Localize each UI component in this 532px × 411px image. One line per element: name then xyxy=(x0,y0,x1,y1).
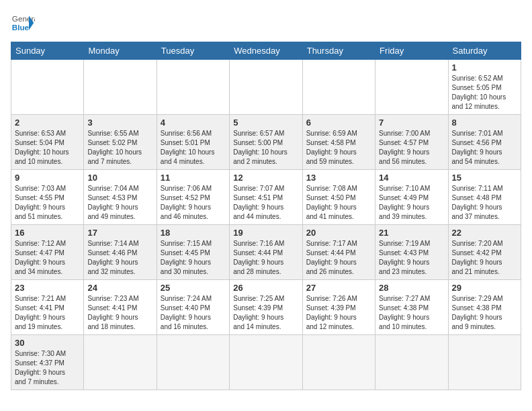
calendar-week-row: 30Sunrise: 7:30 AM Sunset: 4:37 PM Dayli… xyxy=(11,335,521,390)
day-number: 20 xyxy=(306,228,371,238)
calendar-cell xyxy=(84,60,157,115)
calendar-cell xyxy=(11,60,84,115)
calendar-cell: 26Sunrise: 7:25 AM Sunset: 4:39 PM Dayli… xyxy=(230,280,302,335)
calendar-cell: 30Sunrise: 7:30 AM Sunset: 4:37 PM Dayli… xyxy=(11,335,84,390)
day-number: 14 xyxy=(379,173,444,183)
day-number: 9 xyxy=(15,173,80,183)
calendar-cell xyxy=(302,335,375,390)
svg-text:Blue: Blue xyxy=(12,23,30,32)
day-number: 21 xyxy=(379,228,444,238)
day-info: Sunrise: 7:04 AM Sunset: 4:53 PM Dayligh… xyxy=(87,184,152,222)
calendar-cell: 19Sunrise: 7:16 AM Sunset: 4:44 PM Dayli… xyxy=(230,225,302,280)
weekday-friday: Friday xyxy=(375,42,448,60)
weekday-header-row: SundayMondayTuesdayWednesdayThursdayFrid… xyxy=(11,42,521,60)
day-number: 26 xyxy=(233,283,298,293)
calendar-cell: 17Sunrise: 7:14 AM Sunset: 4:46 PM Dayli… xyxy=(84,225,157,280)
day-number: 1 xyxy=(452,62,517,73)
calendar-cell xyxy=(157,60,229,115)
day-info: Sunrise: 7:00 AM Sunset: 4:57 PM Dayligh… xyxy=(379,129,444,167)
weekday-wednesday: Wednesday xyxy=(230,42,302,60)
day-number: 8 xyxy=(452,118,517,128)
calendar-cell: 11Sunrise: 7:06 AM Sunset: 4:52 PM Dayli… xyxy=(157,170,229,225)
day-info: Sunrise: 7:21 AM Sunset: 4:41 PM Dayligh… xyxy=(15,294,80,332)
day-info: Sunrise: 7:25 AM Sunset: 4:39 PM Dayligh… xyxy=(233,294,298,332)
day-number: 30 xyxy=(15,338,80,348)
calendar-cell xyxy=(157,335,229,390)
day-info: Sunrise: 7:19 AM Sunset: 4:43 PM Dayligh… xyxy=(379,239,444,277)
day-info: Sunrise: 7:01 AM Sunset: 4:56 PM Dayligh… xyxy=(452,129,517,167)
day-info: Sunrise: 7:23 AM Sunset: 4:41 PM Dayligh… xyxy=(87,294,152,332)
day-info: Sunrise: 7:30 AM Sunset: 4:37 PM Dayligh… xyxy=(15,349,80,387)
calendar-cell: 22Sunrise: 7:20 AM Sunset: 4:42 PM Dayli… xyxy=(448,225,521,280)
calendar-cell: 4Sunrise: 6:56 AM Sunset: 5:01 PM Daylig… xyxy=(157,115,229,170)
day-info: Sunrise: 7:03 AM Sunset: 4:55 PM Dayligh… xyxy=(15,184,80,222)
calendar-cell: 5Sunrise: 6:57 AM Sunset: 5:00 PM Daylig… xyxy=(230,115,302,170)
calendar-cell: 15Sunrise: 7:11 AM Sunset: 4:48 PM Dayli… xyxy=(448,170,521,225)
calendar-week-row: 9Sunrise: 7:03 AM Sunset: 4:55 PM Daylig… xyxy=(11,170,521,225)
day-info: Sunrise: 7:06 AM Sunset: 4:52 PM Dayligh… xyxy=(161,184,226,222)
day-number: 12 xyxy=(233,173,298,183)
day-info: Sunrise: 7:27 AM Sunset: 4:38 PM Dayligh… xyxy=(379,294,444,332)
day-number: 24 xyxy=(87,283,152,293)
day-info: Sunrise: 6:55 AM Sunset: 5:02 PM Dayligh… xyxy=(87,129,152,167)
calendar-cell xyxy=(84,335,157,390)
day-number: 3 xyxy=(87,118,152,128)
day-info: Sunrise: 7:29 AM Sunset: 4:38 PM Dayligh… xyxy=(452,294,517,332)
day-info: Sunrise: 7:12 AM Sunset: 4:47 PM Dayligh… xyxy=(15,239,80,277)
calendar-cell: 16Sunrise: 7:12 AM Sunset: 4:47 PM Dayli… xyxy=(11,225,84,280)
day-number: 2 xyxy=(15,118,80,128)
day-info: Sunrise: 7:20 AM Sunset: 4:42 PM Dayligh… xyxy=(452,239,517,277)
day-info: Sunrise: 7:16 AM Sunset: 4:44 PM Dayligh… xyxy=(233,239,298,277)
day-number: 16 xyxy=(15,228,80,238)
day-info: Sunrise: 7:11 AM Sunset: 4:48 PM Dayligh… xyxy=(452,184,517,222)
calendar-week-row: 16Sunrise: 7:12 AM Sunset: 4:47 PM Dayli… xyxy=(11,225,521,280)
day-info: Sunrise: 6:52 AM Sunset: 5:05 PM Dayligh… xyxy=(452,74,517,111)
calendar-cell: 3Sunrise: 6:55 AM Sunset: 5:02 PM Daylig… xyxy=(84,115,157,170)
calendar-cell: 7Sunrise: 7:00 AM Sunset: 4:57 PM Daylig… xyxy=(375,115,448,170)
day-info: Sunrise: 7:15 AM Sunset: 4:45 PM Dayligh… xyxy=(161,239,226,277)
calendar-cell xyxy=(230,335,302,390)
calendar-cell: 23Sunrise: 7:21 AM Sunset: 4:41 PM Dayli… xyxy=(11,280,84,335)
calendar-cell xyxy=(302,60,375,115)
day-number: 7 xyxy=(379,118,444,128)
calendar-week-row: 2Sunrise: 6:53 AM Sunset: 5:04 PM Daylig… xyxy=(11,115,521,170)
day-number: 6 xyxy=(306,118,371,128)
calendar-cell: 29Sunrise: 7:29 AM Sunset: 4:38 PM Dayli… xyxy=(448,280,521,335)
day-info: Sunrise: 6:56 AM Sunset: 5:01 PM Dayligh… xyxy=(161,129,226,167)
calendar-cell: 8Sunrise: 7:01 AM Sunset: 4:56 PM Daylig… xyxy=(448,115,521,170)
calendar-cell: 14Sunrise: 7:10 AM Sunset: 4:49 PM Dayli… xyxy=(375,170,448,225)
day-number: 23 xyxy=(15,283,80,293)
calendar-cell: 1Sunrise: 6:52 AM Sunset: 5:05 PM Daylig… xyxy=(448,60,521,115)
calendar-week-row: 1Sunrise: 6:52 AM Sunset: 5:05 PM Daylig… xyxy=(11,60,521,115)
calendar-cell xyxy=(375,60,448,115)
day-number: 25 xyxy=(161,283,226,293)
day-info: Sunrise: 6:57 AM Sunset: 5:00 PM Dayligh… xyxy=(233,129,298,167)
calendar-cell: 24Sunrise: 7:23 AM Sunset: 4:41 PM Dayli… xyxy=(84,280,157,335)
calendar-cell: 27Sunrise: 7:26 AM Sunset: 4:39 PM Dayli… xyxy=(302,280,375,335)
calendar-week-row: 23Sunrise: 7:21 AM Sunset: 4:41 PM Dayli… xyxy=(11,280,521,335)
day-number: 11 xyxy=(161,173,226,183)
weekday-sunday: Sunday xyxy=(11,42,84,60)
day-info: Sunrise: 7:08 AM Sunset: 4:50 PM Dayligh… xyxy=(306,184,371,222)
calendar-cell xyxy=(375,335,448,390)
day-info: Sunrise: 7:10 AM Sunset: 4:49 PM Dayligh… xyxy=(379,184,444,222)
day-info: Sunrise: 7:07 AM Sunset: 4:51 PM Dayligh… xyxy=(233,184,298,222)
weekday-thursday: Thursday xyxy=(302,42,375,60)
calendar-cell: 21Sunrise: 7:19 AM Sunset: 4:43 PM Dayli… xyxy=(375,225,448,280)
calendar-cell: 9Sunrise: 7:03 AM Sunset: 4:55 PM Daylig… xyxy=(11,170,84,225)
calendar-cell: 2Sunrise: 6:53 AM Sunset: 5:04 PM Daylig… xyxy=(11,115,84,170)
day-number: 5 xyxy=(233,118,298,128)
day-number: 27 xyxy=(306,283,371,293)
day-info: Sunrise: 6:59 AM Sunset: 4:58 PM Dayligh… xyxy=(306,129,371,167)
weekday-tuesday: Tuesday xyxy=(157,42,229,60)
calendar-cell xyxy=(448,335,521,390)
day-info: Sunrise: 7:14 AM Sunset: 4:46 PM Dayligh… xyxy=(87,239,152,277)
calendar-cell: 13Sunrise: 7:08 AM Sunset: 4:50 PM Dayli… xyxy=(302,170,375,225)
calendar-cell: 10Sunrise: 7:04 AM Sunset: 4:53 PM Dayli… xyxy=(84,170,157,225)
day-info: Sunrise: 7:24 AM Sunset: 4:40 PM Dayligh… xyxy=(161,294,226,332)
calendar-cell: 20Sunrise: 7:17 AM Sunset: 4:44 PM Dayli… xyxy=(302,225,375,280)
day-number: 19 xyxy=(233,228,298,238)
calendar-cell: 28Sunrise: 7:27 AM Sunset: 4:38 PM Dayli… xyxy=(375,280,448,335)
day-number: 10 xyxy=(87,173,152,183)
day-number: 17 xyxy=(87,228,152,238)
